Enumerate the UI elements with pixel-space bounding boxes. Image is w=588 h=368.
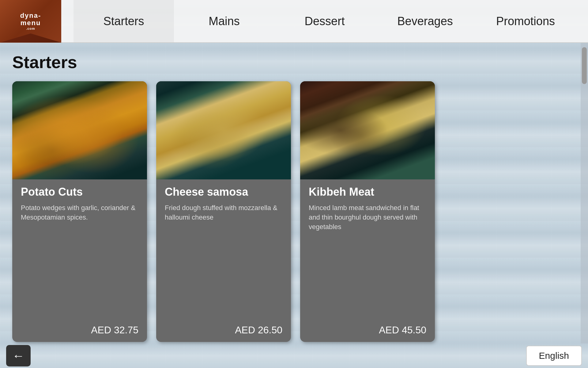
nav-item-mains[interactable]: Mains — [174, 0, 274, 42]
cards-container: Potato Cuts Potato wedges with garlic, c… — [0, 78, 588, 348]
card-price-cheese-samosa: AED 26.50 — [165, 324, 282, 336]
header: dyna- menu .com StartersMainsDessertBeve… — [0, 0, 588, 43]
logo-text: dyna- menu .com — [20, 12, 41, 30]
card-cheese-samosa[interactable]: Cheese samosa Fried dough stuffed with m… — [156, 81, 291, 342]
card-price-potato-cuts: AED 32.75 — [21, 324, 138, 336]
card-image-cheese-samosa — [156, 81, 291, 179]
back-arrow-icon: ← — [12, 349, 24, 363]
language-button[interactable]: English — [526, 346, 582, 366]
nav-item-beverages[interactable]: Beverages — [375, 0, 475, 42]
card-price-kibbeh-meat: AED 45.50 — [309, 324, 426, 336]
nav: StartersMainsDessertBeveragesPromotions — [61, 0, 588, 42]
card-title-kibbeh-meat: Kibbeh Meat — [309, 186, 426, 198]
food-visual-kibbeh-meat — [300, 81, 435, 179]
food-visual-cheese-samosa — [156, 81, 291, 179]
back-button[interactable]: ← — [6, 345, 31, 366]
nav-item-starters[interactable]: Starters — [74, 0, 174, 42]
scroll-thumb[interactable] — [582, 47, 587, 84]
card-body-potato-cuts: Potato Cuts Potato wedges with garlic, c… — [12, 179, 147, 342]
card-desc-cheese-samosa: Fried dough stuffed with mozzarella & ha… — [165, 203, 282, 318]
card-title-potato-cuts: Potato Cuts — [21, 186, 138, 198]
card-image-potato-cuts — [12, 81, 147, 179]
nav-item-dessert[interactable]: Dessert — [274, 0, 375, 42]
card-body-kibbeh-meat: Kibbeh Meat Minced lamb meat sandwiched … — [300, 179, 435, 342]
card-potato-cuts[interactable]: Potato Cuts Potato wedges with garlic, c… — [12, 81, 147, 342]
page-title: Starters — [0, 43, 588, 78]
bottom-bar: ← English — [0, 343, 588, 368]
food-visual-potato-cuts — [12, 81, 147, 179]
card-kibbeh-meat[interactable]: Kibbeh Meat Minced lamb meat sandwiched … — [300, 81, 435, 342]
card-desc-kibbeh-meat: Minced lamb meat sandwiched in flat and … — [309, 203, 426, 318]
card-body-cheese-samosa: Cheese samosa Fried dough stuffed with m… — [156, 179, 291, 342]
logo[interactable]: dyna- menu .com — [0, 0, 61, 43]
card-title-cheese-samosa: Cheese samosa — [165, 186, 282, 198]
nav-item-promotions[interactable]: Promotions — [475, 0, 576, 42]
card-desc-potato-cuts: Potato wedges with garlic, coriander & M… — [21, 203, 138, 318]
card-image-kibbeh-meat — [300, 81, 435, 179]
scrollbar[interactable] — [581, 43, 588, 343]
